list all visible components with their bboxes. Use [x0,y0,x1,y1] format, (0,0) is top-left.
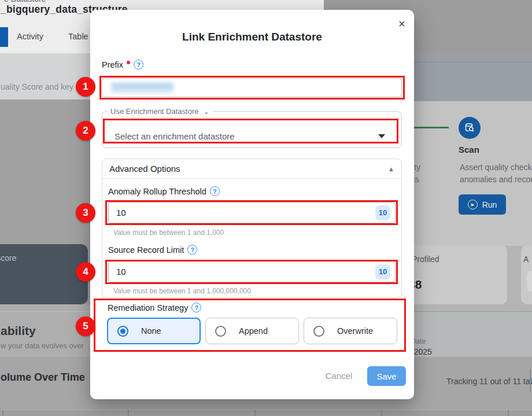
source-record-limit-label: Source Record Limit ? [108,245,197,255]
close-icon[interactable]: ✕ [396,18,408,31]
remediation-option-append[interactable]: Append [205,318,299,344]
run-button[interactable]: ▶ Run [459,194,506,215]
caret-down-icon [378,134,385,138]
radio-label: Append [239,326,268,336]
advanced-options-label: Advanced Options [109,164,180,174]
source-value-badge: 10 [375,264,390,279]
active-tab-indicator [0,27,8,47]
required-dot-icon [127,61,130,64]
datastore-scan-icon [464,122,475,134]
remediation-strategy-label: Remediation Strategy ? [108,303,201,312]
enrichment-datastore-select[interactable]: Select an enrichment datastore [105,124,394,148]
scan-step-description: Assert quality check [460,163,532,172]
remediation-option-none[interactable]: None [107,318,201,344]
score-card-label: Score [0,253,17,263]
source-record-limit-field: 10 [108,261,396,282]
help-icon[interactable]: ? [210,186,220,196]
quality-score-card: Score [0,244,88,304]
advanced-options-header[interactable]: Advanced Options ▲ [102,159,401,178]
anomalies-card: A [521,245,532,304]
help-icon[interactable]: ? [191,303,201,312]
screen: e Datastore _bigquery_data_structure Act… [0,0,532,416]
cancel-button[interactable]: Cancel [320,367,357,385]
collapse-arrow-icon[interactable]: ▲ [388,165,394,172]
grid-tick [508,410,509,416]
radio-label: None [141,326,161,336]
play-icon: ▶ [468,200,478,209]
tab-activity[interactable]: Activity [17,32,43,41]
radio-label: Overwrite [337,326,373,336]
fieldset-legend: Use Enrichment Datastore ⌄ [107,107,213,116]
profiled-card: Profiled 38 [399,245,507,304]
grid-tick [2,410,3,416]
table-grid-strip [0,410,532,416]
help-icon[interactable]: ? [134,60,143,69]
subheader-text: uality Score and key [1,82,73,91]
tab-tables[interactable]: Table [68,32,88,41]
prefix-label: Prefix ? [102,60,143,69]
anomaly-rollup-threshold-field: 10 [108,202,396,223]
radio-icon [117,326,128,337]
prefix-label-text: Prefix [102,60,123,69]
divider [102,178,401,179]
radio-icon [215,326,226,337]
radio-icon [313,326,324,337]
remediation-label-text: Remediation Strategy [108,303,188,312]
section-subtitle: w your data evolves over [1,341,84,350]
scan-step-icon [459,117,481,139]
card-pill [527,271,532,292]
help-icon[interactable]: ? [187,245,197,255]
anomaly-value-badge: 10 [375,205,390,220]
divider [530,369,531,392]
volume-over-time-heading: olume Over Time [1,371,85,384]
source-record-limit-input[interactable] [109,267,328,277]
anomaly-helper-text: Value must be between 1 and 1,000 [113,229,224,237]
grid-tick [128,410,129,416]
select-placeholder: Select an enrichment datastore [114,131,235,141]
use-enrichment-datastore-fieldset: Use Enrichment Datastore ⌄ Select an enr… [102,107,402,148]
chevron-down-icon: ⌄ [203,108,209,116]
run-button-label: Run [482,200,497,209]
link-enrichment-datastore-dialog: ✕ Link Enrichment Datastore Prefix ? Use… [90,10,414,399]
remediation-option-overwrite[interactable]: Overwrite [304,318,397,344]
remediation-options: None Append Overwrite [107,318,397,344]
section-heading: ability [1,324,36,338]
advanced-options-panel: Advanced Options ▲ Anomaly Rollup Thresh… [102,159,402,298]
dialog-title: Link Enrichment Datastore [90,31,414,43]
divider [0,311,90,312]
grid-tick [254,410,256,416]
fieldset-legend-text: Use Enrichment Datastore [110,107,198,116]
anomaly-rollup-threshold-input[interactable] [109,208,328,218]
tracking-status: Tracking 11 out of 11 tables [446,377,532,386]
scan-step-title: Scan [459,145,479,154]
anomaly-label-text: Anomaly Rollup Threshold [108,187,206,196]
redacted-prefix-value [111,83,173,93]
source-helper-text: Value must be between 1 and 1,000,000,00… [113,287,251,295]
profiled-card-label: Profiled [412,255,439,264]
stepper-connector [414,127,449,128]
save-button[interactable]: Save [367,366,406,386]
scan-step-description: anomalies and recor [460,175,532,184]
anomaly-rollup-threshold-label: Anomaly Rollup Threshold ? [108,186,220,196]
divider [414,311,532,312]
grid-tick [381,410,382,416]
anomalies-card-label: A [523,255,529,264]
source-label-text: Source Record Limit [108,245,184,255]
